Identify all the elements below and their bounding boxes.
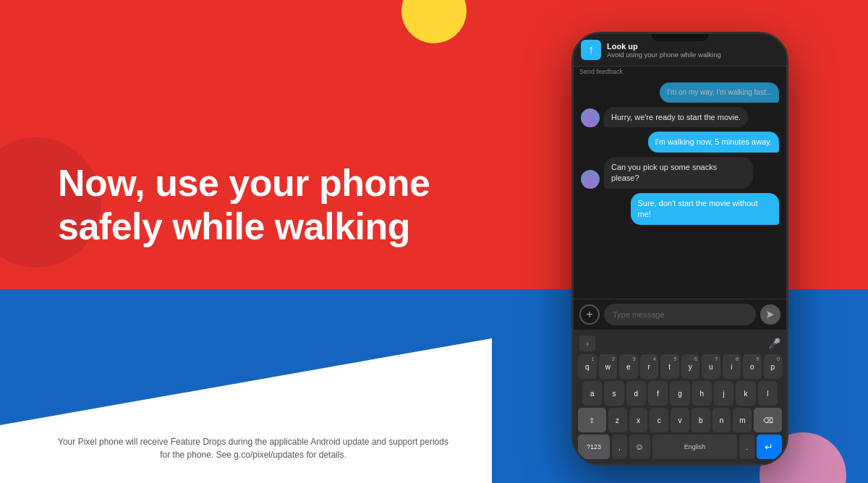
phone-mockup: ↑ Look up Avoid using your phone while w… — [571, 32, 788, 466]
notification-title: Look up — [607, 42, 779, 51]
key-m[interactable]: m — [733, 408, 752, 432]
message-input[interactable]: Type message — [604, 304, 756, 325]
keyboard-expand-button[interactable]: › — [579, 335, 595, 351]
message-row-0: I'm on my way, I'm walking fast... — [581, 82, 779, 103]
left-panel: Now, use your phone safely while walking… — [0, 0, 492, 483]
key-t[interactable]: t5 — [660, 354, 679, 379]
key-h[interactable]: h — [692, 381, 712, 406]
headline-line2: safely while walking — [58, 205, 410, 247]
input-bar: + Type message — [574, 299, 786, 330]
right-panel: ↑ Look up Avoid using your phone while w… — [492, 0, 868, 483]
headline-line1: Now, use your phone — [58, 162, 430, 204]
keyboard-bottom-row: ?123 , ☺ English . ↵ — [575, 435, 785, 459]
comma-key[interactable]: , — [612, 435, 627, 459]
message-bubble-3: Can you pick up some snacks please? — [604, 157, 753, 189]
return-key[interactable]: ↵ — [757, 435, 782, 459]
key-l[interactable]: l — [758, 381, 778, 406]
notification-feedback[interactable]: Send feedback — [574, 67, 786, 77]
add-attachment-button[interactable]: + — [579, 304, 600, 325]
keyboard-row-3: ⇧ z x c v b n m ⌫ — [575, 408, 785, 432]
key-f[interactable]: f — [648, 381, 668, 406]
key-k[interactable]: k — [736, 381, 755, 406]
content-wrapper: Now, use your phone safely while walking… — [0, 0, 868, 483]
numbers-key[interactable]: ?123 — [578, 435, 610, 459]
key-b[interactable]: b — [692, 408, 710, 432]
message-bubble-1: Hurry, we're ready to start the movie. — [604, 107, 748, 128]
key-g[interactable]: g — [670, 381, 689, 406]
message-bubble-4: Sure, don't start the movie without me! — [631, 193, 780, 225]
keyboard: › 🎤 q1 w2 e3 r4 t5 y6 u7 i8 o9 p0 — [574, 330, 786, 463]
key-w[interactable]: w2 — [599, 354, 618, 379]
keyboard-mic-button[interactable]: 🎤 — [768, 338, 780, 349]
notification-icon: ↑ — [581, 40, 601, 60]
message-row-2: I'm walking now, 5 minutes away. — [581, 132, 779, 153]
key-z[interactable]: z — [608, 408, 627, 432]
notification-text: Look up Avoid using your phone while wal… — [607, 42, 779, 59]
key-c[interactable]: c — [650, 408, 668, 432]
emoji-key[interactable]: ☺ — [629, 435, 650, 459]
key-d[interactable]: d — [626, 381, 646, 406]
svg-point-2 — [587, 174, 594, 181]
headline: Now, use your phone safely while walking — [58, 162, 448, 249]
key-p[interactable]: p0 — [764, 354, 783, 379]
message-bubble-2: I'm walking now, 5 minutes away. — [648, 132, 779, 153]
key-v[interactable]: v — [671, 408, 689, 432]
key-u[interactable]: u7 — [702, 354, 720, 379]
svg-point-1 — [584, 120, 597, 127]
notification-subtitle: Avoid using your phone while walking — [607, 51, 779, 59]
keyboard-row-2: a s d f g h j k l — [575, 381, 785, 406]
message-row-4: Sure, don't start the movie without me! — [581, 193, 779, 225]
key-o[interactable]: o9 — [743, 354, 762, 379]
key-i[interactable]: i8 — [723, 354, 741, 379]
key-x[interactable]: x — [629, 408, 648, 432]
keyboard-row-1: q1 w2 e3 r4 t5 y6 u7 i8 o9 p0 — [575, 354, 785, 379]
key-s[interactable]: s — [604, 381, 624, 406]
key-r[interactable]: r4 — [640, 354, 659, 379]
svg-point-0 — [587, 112, 594, 119]
disclaimer-text: Your Pixel phone will receive Feature Dr… — [58, 435, 448, 461]
phone-screen: ↑ Look up Avoid using your phone while w… — [574, 34, 786, 463]
message-row-3: Can you pick up some snacks please? — [581, 157, 779, 189]
avatar-3 — [581, 170, 600, 189]
keyboard-top-row: › 🎤 — [575, 333, 785, 354]
notification-icon-arrow: ↑ — [588, 43, 594, 56]
key-y[interactable]: y6 — [681, 354, 700, 379]
key-j[interactable]: j — [714, 381, 733, 406]
svg-point-3 — [584, 181, 597, 189]
key-a[interactable]: a — [582, 381, 602, 406]
key-n[interactable]: n — [712, 408, 731, 432]
key-q[interactable]: q1 — [578, 354, 597, 379]
language-key[interactable]: English — [652, 435, 737, 459]
message-row-1: Hurry, we're ready to start the movie. — [581, 107, 779, 128]
message-placeholder: Type message — [613, 310, 665, 319]
period-key[interactable]: . — [739, 435, 754, 459]
backspace-key[interactable]: ⌫ — [754, 408, 782, 432]
avatar-1 — [581, 108, 600, 127]
key-e[interactable]: e3 — [619, 354, 638, 379]
phone-notch — [651, 34, 709, 41]
send-button[interactable] — [760, 304, 780, 325]
messages-area: I'm on my way, I'm walking fast... Hurry… — [574, 77, 786, 299]
message-bubble-0: I'm on my way, I'm walking fast... — [660, 82, 779, 103]
shift-key[interactable]: ⇧ — [578, 408, 606, 432]
